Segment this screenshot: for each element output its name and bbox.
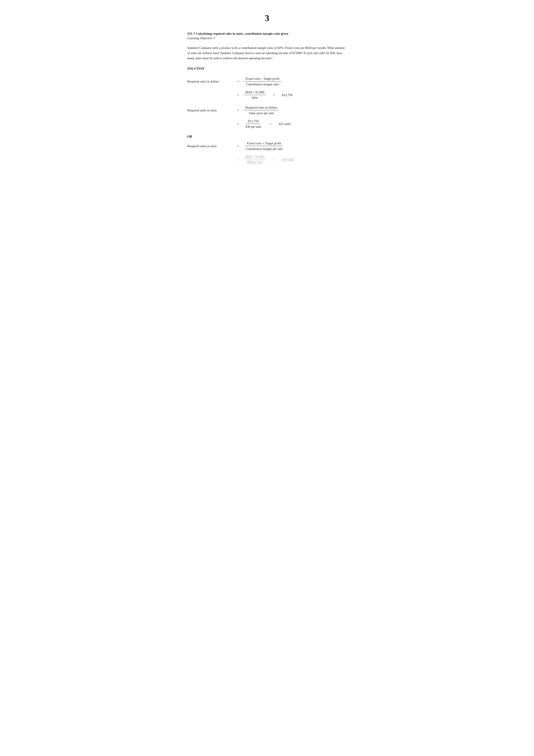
formula-row-3: Required sales in units = Required sales… [187,106,347,115]
numerator-5: Fixed costs + Target profit [245,142,283,146]
denominator-5: Contribution margin per unit [244,147,285,151]
denominator-3: Sales price per unit [247,111,275,115]
equals-4: = [236,109,240,112]
formula-row-5: Required sales in units = Fixed costs + … [187,142,347,151]
numerator-3: Required sales in dollars [244,106,279,110]
learning-objective: Learning Objective 3 [187,37,347,40]
denominator-2: 60% [250,95,260,100]
numerator-2: $650 + $7,000 [244,91,266,95]
formula-row-1: Required sales in dollars = Fixed costs … [187,77,347,86]
blurred-equals: = [236,158,240,162]
formula4-result: 425 units [279,122,291,126]
blurred-numerator: $650 + $7,000 [244,155,266,160]
equals-2: = [236,93,240,97]
blurred-denominator: $18 per unit [245,160,265,164]
formula2-result: $12,750 [282,93,292,97]
formula-block-1: Required sales in dollars = Fixed costs … [187,77,347,100]
denominator-4: $30 per unit [244,124,263,129]
equals-5: = [236,122,240,126]
equals-6: = [268,122,273,126]
equals-3: = [271,93,276,97]
equals-7: = [236,144,240,148]
req-sales-units-label-2: Required sales in units [187,144,233,148]
fraction-3: Required sales in dollars Sales price pe… [244,106,279,115]
fraction-5: Fixed costs + Target profit Contribution… [244,142,285,151]
formula-block-2: Required sales in units = Required sales… [187,106,347,129]
equals-1: = [236,80,240,83]
req-sales-dollars-label: Required sales in dollars [187,80,233,83]
blurred-formula-row: = $650 + $7,000 $18 per unit = 425 units [236,155,347,164]
blurred-result: 425 units [282,158,294,162]
numerator-4: $12,750 [246,119,260,124]
or-label: OR [187,135,347,139]
fraction-4: $12,750 $30 per unit [244,119,263,129]
blurred-equals-2: = [271,158,276,162]
formula-row-2: = $650 + $7,000 60% = $12,750 [236,91,347,100]
req-sales-units-label-1: Required sales in units [187,109,233,112]
problem-title: S21-7 Calculating required sales in unit… [187,32,347,36]
blurred-fraction: $650 + $7,000 $18 per unit [244,155,266,164]
solution-header: SOLUTION [187,67,347,70]
formula-row-4: = $12,750 $30 per unit = 425 units [236,119,347,129]
fraction-1: Fixed costs + Target profit Contribution… [244,77,281,86]
numerator-1: Fixed costs + Target profit [244,77,281,81]
formula-block-3: Required sales in units = Fixed costs + … [187,142,347,164]
problem-text: Summer Company sells a product with a co… [187,45,347,61]
denominator-1: Contribution margin ratio [244,82,281,86]
page-number: 3 [187,13,347,23]
fraction-2: $650 + $7,000 60% [244,91,266,100]
